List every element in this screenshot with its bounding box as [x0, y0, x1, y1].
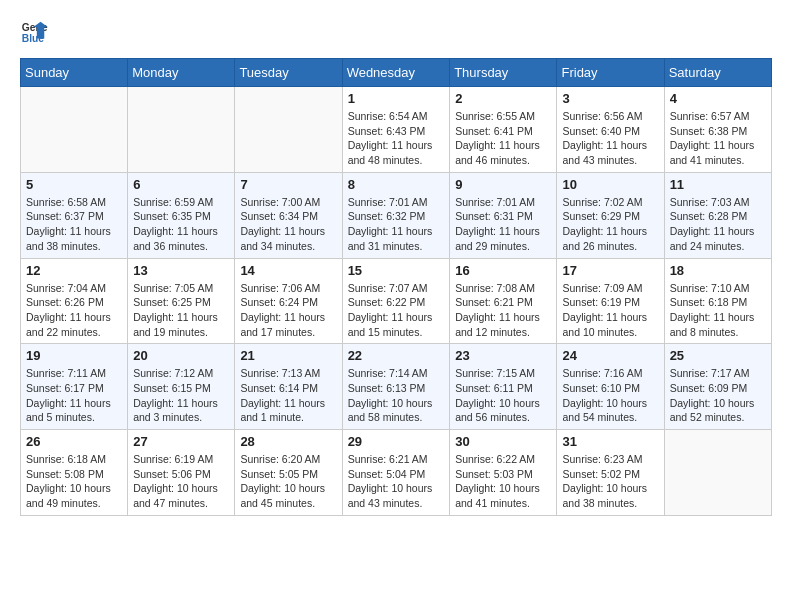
- day-number: 17: [562, 263, 658, 278]
- day-info: Sunrise: 6:18 AM Sunset: 5:08 PM Dayligh…: [26, 452, 122, 511]
- calendar-cell: 7Sunrise: 7:00 AM Sunset: 6:34 PM Daylig…: [235, 172, 342, 258]
- day-number: 27: [133, 434, 229, 449]
- day-info: Sunrise: 7:13 AM Sunset: 6:14 PM Dayligh…: [240, 366, 336, 425]
- day-info: Sunrise: 7:01 AM Sunset: 6:32 PM Dayligh…: [348, 195, 445, 254]
- day-info: Sunrise: 7:01 AM Sunset: 6:31 PM Dayligh…: [455, 195, 551, 254]
- logo-icon: General Blue: [20, 18, 48, 46]
- day-number: 25: [670, 348, 766, 363]
- day-info: Sunrise: 7:08 AM Sunset: 6:21 PM Dayligh…: [455, 281, 551, 340]
- day-number: 31: [562, 434, 658, 449]
- day-number: 15: [348, 263, 445, 278]
- calendar-week-row: 1Sunrise: 6:54 AM Sunset: 6:43 PM Daylig…: [21, 87, 772, 173]
- day-number: 12: [26, 263, 122, 278]
- day-info: Sunrise: 6:56 AM Sunset: 6:40 PM Dayligh…: [562, 109, 658, 168]
- calendar-cell: 5Sunrise: 6:58 AM Sunset: 6:37 PM Daylig…: [21, 172, 128, 258]
- logo: General Blue: [20, 20, 48, 48]
- day-number: 16: [455, 263, 551, 278]
- day-number: 3: [562, 91, 658, 106]
- day-number: 21: [240, 348, 336, 363]
- day-info: Sunrise: 7:03 AM Sunset: 6:28 PM Dayligh…: [670, 195, 766, 254]
- calendar-cell: 26Sunrise: 6:18 AM Sunset: 5:08 PM Dayli…: [21, 430, 128, 516]
- calendar-cell: 9Sunrise: 7:01 AM Sunset: 6:31 PM Daylig…: [450, 172, 557, 258]
- day-number: 22: [348, 348, 445, 363]
- day-of-week-header: Tuesday: [235, 59, 342, 87]
- calendar-cell: 10Sunrise: 7:02 AM Sunset: 6:29 PM Dayli…: [557, 172, 664, 258]
- day-number: 14: [240, 263, 336, 278]
- day-of-week-header: Wednesday: [342, 59, 450, 87]
- day-number: 30: [455, 434, 551, 449]
- page-header: General Blue: [20, 20, 772, 48]
- day-number: 28: [240, 434, 336, 449]
- calendar-cell: [128, 87, 235, 173]
- calendar-cell: 19Sunrise: 7:11 AM Sunset: 6:17 PM Dayli…: [21, 344, 128, 430]
- calendar-cell: 3Sunrise: 6:56 AM Sunset: 6:40 PM Daylig…: [557, 87, 664, 173]
- day-of-week-header: Thursday: [450, 59, 557, 87]
- calendar-cell: 16Sunrise: 7:08 AM Sunset: 6:21 PM Dayli…: [450, 258, 557, 344]
- calendar-cell: 27Sunrise: 6:19 AM Sunset: 5:06 PM Dayli…: [128, 430, 235, 516]
- calendar-cell: 1Sunrise: 6:54 AM Sunset: 6:43 PM Daylig…: [342, 87, 450, 173]
- day-number: 1: [348, 91, 445, 106]
- day-info: Sunrise: 7:10 AM Sunset: 6:18 PM Dayligh…: [670, 281, 766, 340]
- calendar-cell: [21, 87, 128, 173]
- calendar-cell: 12Sunrise: 7:04 AM Sunset: 6:26 PM Dayli…: [21, 258, 128, 344]
- day-info: Sunrise: 7:06 AM Sunset: 6:24 PM Dayligh…: [240, 281, 336, 340]
- day-number: 18: [670, 263, 766, 278]
- calendar-cell: 18Sunrise: 7:10 AM Sunset: 6:18 PM Dayli…: [664, 258, 771, 344]
- day-info: Sunrise: 7:17 AM Sunset: 6:09 PM Dayligh…: [670, 366, 766, 425]
- day-info: Sunrise: 6:59 AM Sunset: 6:35 PM Dayligh…: [133, 195, 229, 254]
- calendar-cell: 2Sunrise: 6:55 AM Sunset: 6:41 PM Daylig…: [450, 87, 557, 173]
- day-info: Sunrise: 7:00 AM Sunset: 6:34 PM Dayligh…: [240, 195, 336, 254]
- calendar-table: SundayMondayTuesdayWednesdayThursdayFrid…: [20, 58, 772, 516]
- day-number: 8: [348, 177, 445, 192]
- day-info: Sunrise: 6:55 AM Sunset: 6:41 PM Dayligh…: [455, 109, 551, 168]
- day-number: 2: [455, 91, 551, 106]
- day-info: Sunrise: 7:14 AM Sunset: 6:13 PM Dayligh…: [348, 366, 445, 425]
- calendar-cell: [664, 430, 771, 516]
- day-info: Sunrise: 6:20 AM Sunset: 5:05 PM Dayligh…: [240, 452, 336, 511]
- calendar-cell: 13Sunrise: 7:05 AM Sunset: 6:25 PM Dayli…: [128, 258, 235, 344]
- day-info: Sunrise: 6:19 AM Sunset: 5:06 PM Dayligh…: [133, 452, 229, 511]
- day-of-week-header: Friday: [557, 59, 664, 87]
- day-info: Sunrise: 7:04 AM Sunset: 6:26 PM Dayligh…: [26, 281, 122, 340]
- day-info: Sunrise: 6:22 AM Sunset: 5:03 PM Dayligh…: [455, 452, 551, 511]
- day-of-week-header: Sunday: [21, 59, 128, 87]
- day-number: 20: [133, 348, 229, 363]
- day-info: Sunrise: 6:23 AM Sunset: 5:02 PM Dayligh…: [562, 452, 658, 511]
- calendar-cell: 28Sunrise: 6:20 AM Sunset: 5:05 PM Dayli…: [235, 430, 342, 516]
- day-number: 6: [133, 177, 229, 192]
- day-number: 24: [562, 348, 658, 363]
- calendar-week-row: 12Sunrise: 7:04 AM Sunset: 6:26 PM Dayli…: [21, 258, 772, 344]
- day-number: 13: [133, 263, 229, 278]
- calendar-cell: 23Sunrise: 7:15 AM Sunset: 6:11 PM Dayli…: [450, 344, 557, 430]
- calendar-header-row: SundayMondayTuesdayWednesdayThursdayFrid…: [21, 59, 772, 87]
- calendar-cell: 22Sunrise: 7:14 AM Sunset: 6:13 PM Dayli…: [342, 344, 450, 430]
- day-info: Sunrise: 6:21 AM Sunset: 5:04 PM Dayligh…: [348, 452, 445, 511]
- day-number: 7: [240, 177, 336, 192]
- day-info: Sunrise: 7:16 AM Sunset: 6:10 PM Dayligh…: [562, 366, 658, 425]
- calendar-cell: [235, 87, 342, 173]
- calendar-cell: 4Sunrise: 6:57 AM Sunset: 6:38 PM Daylig…: [664, 87, 771, 173]
- calendar-week-row: 5Sunrise: 6:58 AM Sunset: 6:37 PM Daylig…: [21, 172, 772, 258]
- calendar-cell: 8Sunrise: 7:01 AM Sunset: 6:32 PM Daylig…: [342, 172, 450, 258]
- calendar-cell: 17Sunrise: 7:09 AM Sunset: 6:19 PM Dayli…: [557, 258, 664, 344]
- day-info: Sunrise: 7:05 AM Sunset: 6:25 PM Dayligh…: [133, 281, 229, 340]
- day-number: 26: [26, 434, 122, 449]
- day-of-week-header: Monday: [128, 59, 235, 87]
- day-info: Sunrise: 6:57 AM Sunset: 6:38 PM Dayligh…: [670, 109, 766, 168]
- calendar-week-row: 19Sunrise: 7:11 AM Sunset: 6:17 PM Dayli…: [21, 344, 772, 430]
- day-number: 5: [26, 177, 122, 192]
- calendar-cell: 11Sunrise: 7:03 AM Sunset: 6:28 PM Dayli…: [664, 172, 771, 258]
- day-info: Sunrise: 7:15 AM Sunset: 6:11 PM Dayligh…: [455, 366, 551, 425]
- calendar-cell: 25Sunrise: 7:17 AM Sunset: 6:09 PM Dayli…: [664, 344, 771, 430]
- day-info: Sunrise: 6:54 AM Sunset: 6:43 PM Dayligh…: [348, 109, 445, 168]
- calendar-cell: 31Sunrise: 6:23 AM Sunset: 5:02 PM Dayli…: [557, 430, 664, 516]
- day-number: 4: [670, 91, 766, 106]
- day-info: Sunrise: 7:11 AM Sunset: 6:17 PM Dayligh…: [26, 366, 122, 425]
- calendar-cell: 15Sunrise: 7:07 AM Sunset: 6:22 PM Dayli…: [342, 258, 450, 344]
- day-number: 19: [26, 348, 122, 363]
- day-info: Sunrise: 7:12 AM Sunset: 6:15 PM Dayligh…: [133, 366, 229, 425]
- day-number: 9: [455, 177, 551, 192]
- calendar-cell: 6Sunrise: 6:59 AM Sunset: 6:35 PM Daylig…: [128, 172, 235, 258]
- day-number: 10: [562, 177, 658, 192]
- day-info: Sunrise: 7:07 AM Sunset: 6:22 PM Dayligh…: [348, 281, 445, 340]
